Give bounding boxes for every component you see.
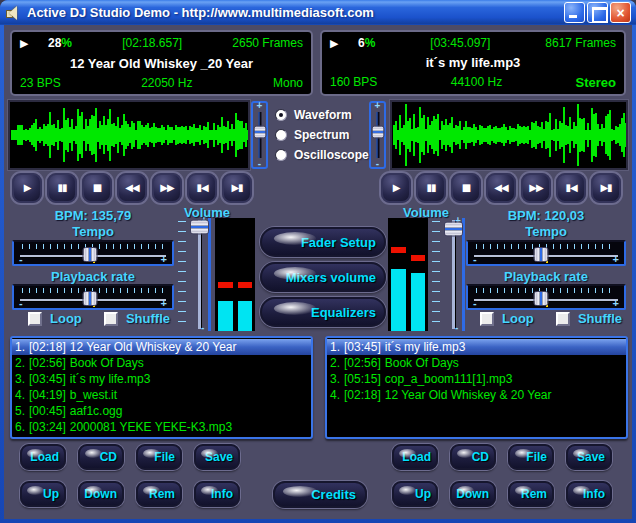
loop-label: Loop <box>50 311 82 326</box>
slider-handle[interactable] <box>534 291 549 306</box>
playlist-item[interactable]: 1.[03:45]it´s my life.mp3 <box>327 339 626 355</box>
slider-handle[interactable] <box>82 291 97 306</box>
next-track-button[interactable]: ▶▮ <box>222 173 252 203</box>
rewind-button[interactable]: ◀◀ <box>117 173 147 203</box>
slider-handle[interactable] <box>444 222 463 237</box>
deck-b-bps: 160 BPS <box>330 75 377 90</box>
file-button[interactable]: File <box>136 444 182 470</box>
minus-label: - <box>473 254 477 265</box>
credits-button[interactable]: Credits <box>273 481 367 508</box>
deck-a-samplerate: 22050 Hz <box>61 76 273 90</box>
rem-button[interactable]: Rem <box>136 481 182 507</box>
pause-button[interactable]: ▮▮ <box>47 173 77 203</box>
loop-checkbox-a[interactable]: Loop <box>28 311 82 326</box>
volume-slider-b[interactable]: + - <box>431 218 465 331</box>
playlist-item[interactable]: 6.[03:24]2000081 YEKE YEKE-K3.mp3 <box>12 419 311 435</box>
slider-track <box>198 220 201 329</box>
playlist-item-title: 2000081 YEKE YEKE-K3.mp3 <box>70 420 232 434</box>
deck-a-time: [02:18.657] <box>72 36 232 50</box>
rem-button[interactable]: Rem <box>508 481 554 507</box>
playlist-item-title: Book Of Days <box>70 356 144 370</box>
play-indicator-icon: ▶ <box>330 37 346 50</box>
playlist-item[interactable]: 1.[02:18]12 Year Old Whiskey & 20 Year <box>12 339 311 355</box>
transport-icon: ▮◀ <box>565 183 576 193</box>
rewind-button[interactable]: ◀◀ <box>486 173 516 203</box>
play-button[interactable]: ▶ <box>12 173 42 203</box>
playlist-item[interactable]: 3.[03:45]it´s my life.mp3 <box>12 371 311 387</box>
slider-handle[interactable] <box>190 220 209 235</box>
shuffle-checkbox-b[interactable]: Shuffle <box>556 311 622 326</box>
file-button[interactable]: File <box>508 444 554 470</box>
previous-track-button[interactable]: ▮◀ <box>187 173 217 203</box>
maximize-button[interactable] <box>587 2 608 23</box>
close-button[interactable]: × <box>610 2 631 23</box>
minimize-button[interactable] <box>564 2 585 23</box>
playback-rate-slider-b[interactable]: - + <box>466 284 626 310</box>
fast-forward-button[interactable]: ▶▶ <box>152 173 182 203</box>
load-button[interactable]: Load <box>20 444 66 470</box>
previous-track-button[interactable]: ▮◀ <box>556 173 586 203</box>
next-track-button[interactable]: ▶▮ <box>591 173 621 203</box>
percent-sign: % <box>365 36 376 50</box>
list-buttons-b: UpDownRemInfo <box>392 481 612 507</box>
pitch-slider-a[interactable]: + - <box>251 101 268 169</box>
display-mode-spectrum[interactable]: Spectrum <box>275 128 368 142</box>
playlist-item-time: [02:56] <box>29 356 66 370</box>
playlist-item[interactable]: 2.[02:56]Book Of Days <box>327 355 626 371</box>
cd-button[interactable]: CD <box>78 444 124 470</box>
slider-handle[interactable] <box>82 247 97 262</box>
stop-button[interactable]: ■ <box>82 173 112 203</box>
slider-handle[interactable] <box>534 247 549 262</box>
save-button[interactable]: Save <box>566 444 612 470</box>
waveform-display-a[interactable] <box>8 100 250 170</box>
playlist-a[interactable]: 1.[02:18]12 Year Old Whiskey & 20 Year 2… <box>10 336 313 439</box>
pitch-slider-b[interactable]: + - <box>369 101 386 169</box>
tempo-slider-a[interactable]: - + <box>12 240 174 266</box>
fast-forward-button[interactable]: ▶▶ <box>521 173 551 203</box>
up-button[interactable]: Up <box>392 481 438 507</box>
loop-checkbox-b[interactable]: Loop <box>480 311 534 326</box>
radio-icon <box>275 109 287 121</box>
down-button[interactable]: Down <box>78 481 124 507</box>
display-mode-oscilloscope[interactable]: Oscilloscope <box>275 148 368 162</box>
load-button[interactable]: Load <box>392 444 438 470</box>
playlist-item-time: [02:18] <box>29 340 66 354</box>
playlist-item-number: 6. <box>15 420 25 434</box>
playlist-b[interactable]: 1.[03:45]it´s my life.mp3 2.[02:56]Book … <box>325 336 628 439</box>
playlist-item[interactable]: 4.[02:18]12 Year Old Whiskey & 20 Year <box>327 387 626 403</box>
playback-rate-slider-a[interactable]: - + <box>12 284 174 310</box>
loop-label: Loop <box>502 311 534 326</box>
save-button[interactable]: Save <box>194 444 240 470</box>
pause-button[interactable]: ▮▮ <box>416 173 446 203</box>
volume-slider-a[interactable]: + - <box>177 218 211 331</box>
slider-handle[interactable] <box>371 125 384 138</box>
mixers-volume-button[interactable]: Mixers volume <box>260 262 386 292</box>
down-button[interactable]: Down <box>450 481 496 507</box>
speaker-icon <box>5 5 21 20</box>
transport-icon: ◀◀ <box>494 183 507 193</box>
info-button[interactable]: Info <box>194 481 240 507</box>
display-mode-waveform[interactable]: Waveform <box>275 108 368 122</box>
stop-button[interactable]: ■ <box>451 173 481 203</box>
up-button[interactable]: Up <box>20 481 66 507</box>
equalizers-button[interactable]: Equalizers <box>260 297 386 327</box>
playlist-item-time: [03:45] <box>344 340 381 354</box>
playlist-item-time: [00:45] <box>29 404 66 418</box>
slider-handle[interactable] <box>253 125 266 138</box>
minus-label: - <box>258 159 261 169</box>
playlist-item[interactable]: 5.[00:45]aaf1c.ogg <box>12 403 311 419</box>
waveform-display-b[interactable] <box>390 100 628 170</box>
info-button[interactable]: Info <box>566 481 612 507</box>
minus-label: - <box>376 159 379 169</box>
fader-setup-button[interactable]: Fader Setup <box>260 227 386 257</box>
shuffle-checkbox-a[interactable]: Shuffle <box>104 311 170 326</box>
plus-label: + <box>161 254 167 265</box>
playlist-item[interactable]: 3.[05:15]cop_a_boom111[1].mp3 <box>327 371 626 387</box>
play-button[interactable]: ▶ <box>381 173 411 203</box>
cd-button[interactable]: CD <box>450 444 496 470</box>
minus-label: - <box>19 298 23 309</box>
playlist-item[interactable]: 2.[02:56]Book Of Days <box>12 355 311 371</box>
tempo-slider-b[interactable]: - + <box>466 240 626 266</box>
playlist-item[interactable]: 4.[04:19]b_west.it <box>12 387 311 403</box>
deck-a-channel-mode: Mono <box>273 76 303 90</box>
